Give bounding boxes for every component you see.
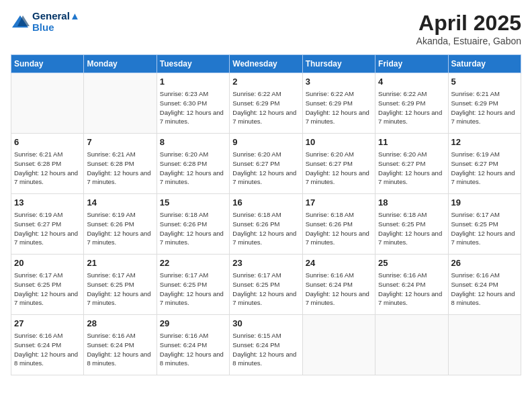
calendar-cell: 6Sunrise: 6:21 AM Sunset: 6:28 PM Daylig… bbox=[11, 134, 84, 194]
calendar-cell: 29Sunrise: 6:16 AM Sunset: 6:24 PM Dayli… bbox=[157, 315, 229, 375]
day-info: Sunrise: 6:17 AM Sunset: 6:25 PM Dayligh… bbox=[451, 210, 518, 247]
calendar-cell: 12Sunrise: 6:19 AM Sunset: 6:27 PM Dayli… bbox=[448, 134, 521, 194]
day-number: 2 bbox=[232, 76, 299, 88]
calendar-week-row: 6Sunrise: 6:21 AM Sunset: 6:28 PM Daylig… bbox=[11, 134, 521, 194]
month-title: April 2025 bbox=[416, 11, 521, 36]
day-info: Sunrise: 6:16 AM Sunset: 6:24 PM Dayligh… bbox=[306, 271, 372, 308]
day-number: 11 bbox=[378, 136, 445, 148]
day-number: 30 bbox=[232, 318, 299, 330]
day-info: Sunrise: 6:21 AM Sunset: 6:29 PM Dayligh… bbox=[451, 89, 518, 126]
calendar-cell bbox=[448, 315, 521, 375]
calendar-week-row: 20Sunrise: 6:17 AM Sunset: 6:25 PM Dayli… bbox=[11, 255, 521, 315]
day-info: Sunrise: 6:20 AM Sunset: 6:28 PM Dayligh… bbox=[160, 150, 226, 187]
logo-icon bbox=[11, 14, 30, 30]
calendar-cell: 22Sunrise: 6:17 AM Sunset: 6:25 PM Dayli… bbox=[157, 255, 229, 315]
weekday-header-row: SundayMondayTuesdayWednesdayThursdayFrid… bbox=[11, 55, 521, 73]
day-info: Sunrise: 6:17 AM Sunset: 6:25 PM Dayligh… bbox=[87, 271, 153, 308]
day-info: Sunrise: 6:22 AM Sunset: 6:29 PM Dayligh… bbox=[378, 89, 445, 126]
day-info: Sunrise: 6:19 AM Sunset: 6:26 PM Dayligh… bbox=[87, 210, 153, 247]
day-info: Sunrise: 6:16 AM Sunset: 6:24 PM Dayligh… bbox=[378, 271, 445, 308]
calendar-week-row: 1Sunrise: 6:23 AM Sunset: 6:30 PM Daylig… bbox=[11, 73, 521, 134]
day-number: 29 bbox=[160, 318, 226, 330]
weekday-header: Monday bbox=[84, 55, 157, 73]
day-number: 3 bbox=[306, 76, 372, 88]
day-number: 8 bbox=[160, 136, 226, 148]
weekday-header: Friday bbox=[375, 55, 448, 73]
day-info: Sunrise: 6:16 AM Sunset: 6:24 PM Dayligh… bbox=[160, 331, 226, 368]
weekday-header: Saturday bbox=[448, 55, 521, 73]
calendar-cell: 21Sunrise: 6:17 AM Sunset: 6:25 PM Dayli… bbox=[84, 255, 157, 315]
day-number: 22 bbox=[160, 257, 226, 269]
calendar-cell: 14Sunrise: 6:19 AM Sunset: 6:26 PM Dayli… bbox=[84, 194, 157, 255]
page-header: General▲ Blue April 2025 Akanda, Estuair… bbox=[11, 11, 521, 46]
calendar-cell: 11Sunrise: 6:20 AM Sunset: 6:27 PM Dayli… bbox=[375, 134, 448, 194]
weekday-header: Tuesday bbox=[157, 55, 229, 73]
calendar-cell bbox=[84, 73, 157, 134]
day-number: 18 bbox=[378, 197, 445, 209]
day-info: Sunrise: 6:18 AM Sunset: 6:26 PM Dayligh… bbox=[232, 210, 299, 247]
calendar-week-row: 27Sunrise: 6:16 AM Sunset: 6:24 PM Dayli… bbox=[11, 315, 521, 375]
calendar-cell: 27Sunrise: 6:16 AM Sunset: 6:24 PM Dayli… bbox=[11, 315, 84, 375]
day-number: 6 bbox=[14, 136, 81, 148]
day-info: Sunrise: 6:23 AM Sunset: 6:30 PM Dayligh… bbox=[160, 89, 226, 126]
day-number: 26 bbox=[451, 257, 518, 269]
calendar-cell: 25Sunrise: 6:16 AM Sunset: 6:24 PM Dayli… bbox=[375, 255, 448, 315]
calendar-cell: 26Sunrise: 6:16 AM Sunset: 6:24 PM Dayli… bbox=[448, 255, 521, 315]
calendar-cell: 28Sunrise: 6:16 AM Sunset: 6:24 PM Dayli… bbox=[84, 315, 157, 375]
day-number: 17 bbox=[306, 197, 372, 209]
day-number: 14 bbox=[87, 197, 153, 209]
weekday-header: Sunday bbox=[11, 55, 84, 73]
day-number: 9 bbox=[232, 136, 299, 148]
calendar-cell: 18Sunrise: 6:18 AM Sunset: 6:25 PM Dayli… bbox=[375, 194, 448, 255]
calendar-cell: 3Sunrise: 6:22 AM Sunset: 6:29 PM Daylig… bbox=[302, 73, 375, 134]
calendar-cell bbox=[302, 315, 375, 375]
day-info: Sunrise: 6:19 AM Sunset: 6:27 PM Dayligh… bbox=[14, 210, 81, 247]
calendar-cell: 13Sunrise: 6:19 AM Sunset: 6:27 PM Dayli… bbox=[11, 194, 84, 255]
day-number: 12 bbox=[451, 136, 518, 148]
day-number: 27 bbox=[14, 318, 81, 330]
day-info: Sunrise: 6:21 AM Sunset: 6:28 PM Dayligh… bbox=[14, 150, 81, 187]
day-info: Sunrise: 6:19 AM Sunset: 6:27 PM Dayligh… bbox=[451, 150, 518, 187]
calendar-cell: 7Sunrise: 6:21 AM Sunset: 6:28 PM Daylig… bbox=[84, 134, 157, 194]
day-number: 20 bbox=[14, 257, 81, 269]
calendar-cell bbox=[11, 73, 84, 134]
weekday-header: Thursday bbox=[302, 55, 375, 73]
calendar-cell: 30Sunrise: 6:15 AM Sunset: 6:24 PM Dayli… bbox=[230, 315, 302, 375]
day-number: 23 bbox=[232, 257, 299, 269]
day-number: 10 bbox=[306, 136, 372, 148]
day-number: 16 bbox=[232, 197, 299, 209]
day-info: Sunrise: 6:21 AM Sunset: 6:28 PM Dayligh… bbox=[87, 150, 153, 187]
day-number: 1 bbox=[160, 76, 226, 88]
day-info: Sunrise: 6:17 AM Sunset: 6:25 PM Dayligh… bbox=[14, 271, 81, 308]
day-number: 15 bbox=[160, 197, 226, 209]
day-info: Sunrise: 6:16 AM Sunset: 6:24 PM Dayligh… bbox=[14, 331, 81, 368]
day-number: 13 bbox=[14, 197, 81, 209]
calendar-cell: 19Sunrise: 6:17 AM Sunset: 6:25 PM Dayli… bbox=[448, 194, 521, 255]
day-info: Sunrise: 6:16 AM Sunset: 6:24 PM Dayligh… bbox=[87, 331, 153, 368]
day-number: 7 bbox=[87, 136, 153, 148]
calendar-cell: 9Sunrise: 6:20 AM Sunset: 6:27 PM Daylig… bbox=[230, 134, 302, 194]
calendar-cell: 1Sunrise: 6:23 AM Sunset: 6:30 PM Daylig… bbox=[157, 73, 229, 134]
title-block: April 2025 Akanda, Estuaire, Gabon bbox=[416, 11, 521, 46]
weekday-header: Wednesday bbox=[230, 55, 302, 73]
day-info: Sunrise: 6:18 AM Sunset: 6:26 PM Dayligh… bbox=[306, 210, 372, 247]
calendar-cell: 15Sunrise: 6:18 AM Sunset: 6:26 PM Dayli… bbox=[157, 194, 229, 255]
day-info: Sunrise: 6:20 AM Sunset: 6:27 PM Dayligh… bbox=[306, 150, 372, 187]
calendar-cell: 20Sunrise: 6:17 AM Sunset: 6:25 PM Dayli… bbox=[11, 255, 84, 315]
calendar-cell bbox=[375, 315, 448, 375]
calendar-cell: 17Sunrise: 6:18 AM Sunset: 6:26 PM Dayli… bbox=[302, 194, 375, 255]
calendar-cell: 2Sunrise: 6:22 AM Sunset: 6:29 PM Daylig… bbox=[230, 73, 302, 134]
calendar-cell: 24Sunrise: 6:16 AM Sunset: 6:24 PM Dayli… bbox=[302, 255, 375, 315]
day-info: Sunrise: 6:17 AM Sunset: 6:25 PM Dayligh… bbox=[232, 271, 299, 308]
day-number: 5 bbox=[451, 76, 518, 88]
calendar: SundayMondayTuesdayWednesdayThursdayFrid… bbox=[11, 54, 521, 375]
day-info: Sunrise: 6:22 AM Sunset: 6:29 PM Dayligh… bbox=[306, 89, 372, 126]
calendar-cell: 16Sunrise: 6:18 AM Sunset: 6:26 PM Dayli… bbox=[230, 194, 302, 255]
day-info: Sunrise: 6:20 AM Sunset: 6:27 PM Dayligh… bbox=[232, 150, 299, 187]
location: Akanda, Estuaire, Gabon bbox=[416, 36, 521, 46]
day-number: 21 bbox=[87, 257, 153, 269]
day-number: 24 bbox=[306, 257, 372, 269]
day-info: Sunrise: 6:22 AM Sunset: 6:29 PM Dayligh… bbox=[232, 89, 299, 126]
logo: General▲ Blue bbox=[11, 11, 80, 33]
day-number: 4 bbox=[378, 76, 445, 88]
